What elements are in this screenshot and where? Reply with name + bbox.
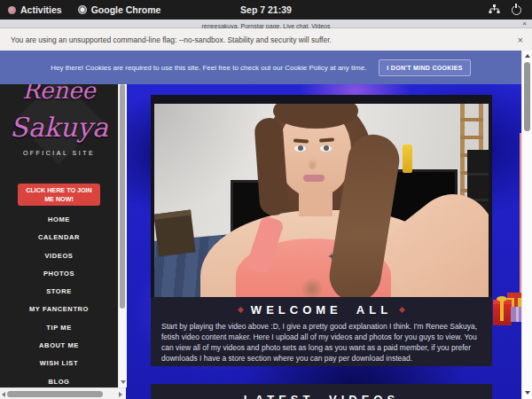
photo-shading [301,278,324,297]
scroll-left-arrow-icon[interactable] [2,392,5,397]
sidebar-item-my-fancentro[interactable]: MY FANCENTRO [0,301,118,318]
photo-eye-left [294,145,306,152]
scroll-right-arrow-icon[interactable] [119,392,122,397]
sidebar-item-photos[interactable]: PHOTOS [0,265,118,283]
video-player[interactable] [154,104,489,297]
webpage: Hey there! Cookies are required to use t… [0,51,532,399]
content-panel: WELCOME ALL Start by playing the video a… [151,95,492,366]
sidebar-item-blog[interactable]: BLOG [0,373,118,387]
recording-indicator-icon [8,6,16,14]
cookie-message: Hey there! Cookies are required to use t… [51,64,366,72]
clock-label: Sep 7 21:39 [240,4,292,15]
page-scrollbar-thumb[interactable] [524,62,530,131]
welcome-paragraph: Start by playing the video above :D, I g… [161,321,481,364]
desktop-screen: Activities Google Chrome Sep 7 21:39 ren… [0,0,532,399]
sidebar-item-wish-list[interactable]: WISH LIST [0,355,118,372]
photo-nose [309,157,317,169]
browser-tab-strip: reneesakuya, Pornstar page, Live chat, V… [0,20,532,28]
main-content-background: WELCOME ALL Start by playing the video a… [126,84,521,399]
page-scrollbar[interactable] [521,51,532,399]
star-icon [238,307,244,313]
infobar-close-icon[interactable]: × [518,35,532,45]
browser-infobar: You are using an unsupported command-lin… [0,28,532,51]
latest-videos-heading: LATEST VIDEOS [151,393,492,399]
activities-label: Activities [20,4,62,15]
join-button[interactable]: CLICK HERE TO JOIN ME NOW! [18,184,100,206]
gifts-widget[interactable] [491,289,521,325]
network-icon[interactable] [489,4,500,16]
logo-line1: Renee [0,84,118,102]
sidebar-item-videos[interactable]: VIDEOS [0,247,118,265]
sidebar-item-calendar[interactable]: CALENDAR [0,229,118,246]
latest-videos-title: LATEST VIDEOS [244,393,399,399]
star-icon [399,307,405,313]
accept-cookies-button[interactable]: I DON'T MIND COOKIES [379,59,470,76]
cookie-banner: Hey there! Cookies are required to use t… [0,51,521,84]
photo-bottle [403,145,412,173]
site-logo[interactable]: Renee Sakuya [0,84,118,141]
sidebar-horizontal-scrollbar[interactable] [0,387,126,399]
gift-icon [493,300,512,325]
sidebar-menu: HOME CALENDAR VIDEOS PHOTOS STORE MY FAN… [0,211,118,387]
logo-line2: Sakuya [0,114,118,141]
gift-icon [511,307,521,322]
tab-close-icon[interactable]: × [522,20,527,27]
scroll-up-arrow-icon[interactable] [525,54,530,58]
system-tray [489,4,532,16]
welcome-title: WELCOME ALL [251,303,392,317]
site-tagline: OFFICIAL SITE [0,150,118,156]
infobar-message: You are using an unsupported command-lin… [0,35,332,44]
scroll-down-arrow-icon[interactable] [525,391,530,395]
photo-box [154,210,196,257]
chrome-icon [78,5,87,14]
scroll-down-arrow-icon[interactable] [121,380,126,384]
sidebar: Renee Sakuya OFFICIAL SITE CLICK HERE TO… [0,84,118,387]
power-icon[interactable] [512,5,521,15]
sidebar-item-store[interactable]: STORE [0,283,118,301]
welcome-section: WELCOME ALL Start by playing the video a… [151,297,492,366]
horizontal-scrollbar-thumb[interactable] [7,391,103,397]
sidebar-item-tip-me[interactable]: TIP ME [0,319,118,337]
sidebar-vertical-scrollbar[interactable] [118,84,127,387]
vertical-scrollbar-thumb[interactable] [120,84,125,309]
app-menu-label: Google Chrome [91,4,161,15]
welcome-heading: WELCOME ALL [151,303,492,317]
latest-videos-section: LATEST VIDEOS [151,384,492,399]
photo-eye-right [320,145,332,152]
sidebar-item-home[interactable]: HOME [0,211,118,229]
sidebar-item-about-me[interactable]: ABOUT ME [0,337,118,355]
app-menu-button[interactable]: Google Chrome [70,0,169,20]
activities-button[interactable]: Activities [0,0,70,20]
photo-lips [303,175,325,182]
